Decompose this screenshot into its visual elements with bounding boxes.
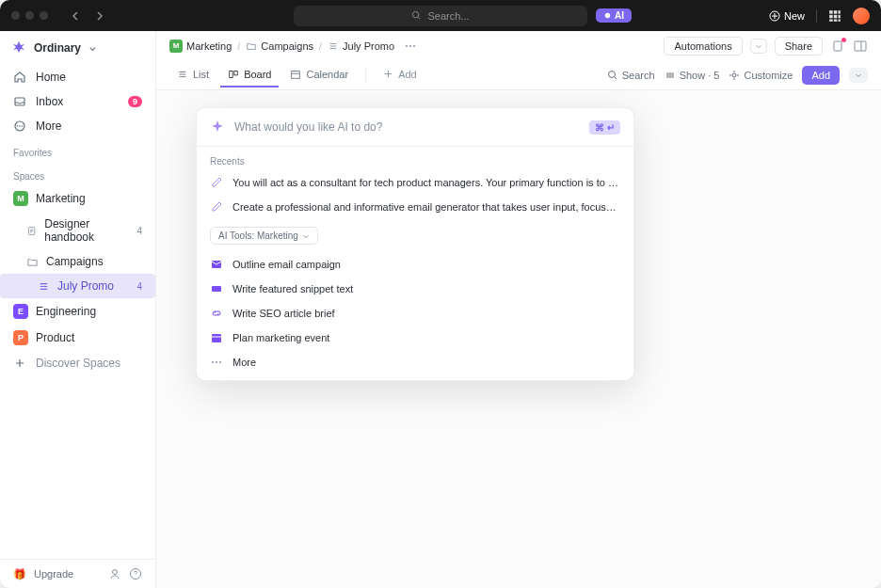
add-task-button[interactable]: Add: [802, 66, 840, 85]
show-columns[interactable]: Show · 5: [665, 70, 720, 81]
svg-rect-8: [839, 14, 841, 17]
upgrade-icon: 🎁: [13, 568, 26, 580]
home-icon: [13, 71, 26, 84]
svg-rect-25: [230, 71, 232, 77]
recent-prompt[interactable]: Create a professional and informative em…: [197, 195, 633, 219]
ai-tool-outline-email[interactable]: Outline email campaign: [197, 252, 633, 277]
svg-rect-3: [829, 10, 833, 13]
space-badge: M: [13, 191, 28, 206]
dots-icon: [210, 356, 223, 369]
svg-rect-32: [212, 334, 221, 342]
ai-prompt-input[interactable]: [234, 120, 580, 134]
discover-spaces[interactable]: Discover Spaces: [0, 351, 155, 375]
tree-designer-handbook[interactable]: Designer handbook 4: [0, 212, 155, 249]
apps-icon[interactable]: [828, 9, 841, 23]
view-tabs: List Board Calendar Add: [156, 60, 881, 90]
search-placeholder: Search...: [427, 10, 469, 22]
svg-point-14: [17, 125, 19, 127]
space-badge: P: [13, 330, 28, 345]
svg-point-15: [19, 125, 21, 127]
sidebar: Ordinary Home Inbox 9 More Favorites Spa…: [0, 31, 156, 588]
pencil-icon: [210, 176, 223, 189]
ai-tool-seo-brief[interactable]: Write SEO article brief: [197, 301, 633, 326]
space-marketing[interactable]: M Marketing: [0, 185, 155, 212]
tree-july-promo[interactable]: July Promo 4: [0, 274, 155, 298]
svg-rect-11: [839, 19, 841, 21]
help-icon[interactable]: [129, 567, 142, 580]
add-task-caret[interactable]: [849, 68, 868, 83]
ai-pill[interactable]: AI: [596, 8, 632, 23]
maximize-dot[interactable]: [40, 11, 48, 20]
back-button[interactable]: [67, 7, 86, 25]
close-dot[interactable]: [11, 11, 20, 20]
plus-icon: [13, 357, 26, 370]
svg-rect-31: [212, 286, 221, 292]
sparkle-icon: [210, 119, 225, 135]
svg-point-16: [22, 125, 24, 127]
customize-view[interactable]: Customize: [729, 70, 793, 81]
minimize-dot[interactable]: [25, 11, 34, 20]
svg-rect-10: [834, 19, 838, 21]
svg-point-0: [413, 11, 419, 17]
crumb-list[interactable]: July Promo: [328, 40, 394, 52]
svg-rect-4: [834, 10, 838, 13]
svg-rect-24: [855, 41, 866, 51]
titlebar: Search... AI New: [0, 0, 881, 31]
recents-label: Recents: [197, 147, 633, 170]
forward-button[interactable]: [89, 7, 108, 25]
svg-point-29: [732, 73, 736, 77]
space-product[interactable]: P Product: [0, 325, 155, 351]
svg-rect-23: [834, 41, 841, 51]
tab-board[interactable]: Board: [220, 63, 279, 87]
svg-rect-5: [839, 10, 841, 13]
svg-rect-6: [829, 14, 833, 17]
sidebar-item-home[interactable]: Home: [0, 65, 155, 89]
notifications-icon[interactable]: [830, 39, 845, 54]
global-search[interactable]: Search...: [294, 6, 587, 26]
workspace-logo-icon: [11, 40, 26, 56]
tree-campaigns[interactable]: Campaigns: [0, 249, 155, 274]
tab-list[interactable]: List: [169, 63, 216, 87]
sidebar-item-inbox[interactable]: Inbox 9: [0, 89, 155, 114]
automations-caret[interactable]: [750, 39, 767, 54]
svg-point-18: [113, 570, 118, 575]
link-icon: [210, 307, 223, 320]
avatar[interactable]: [853, 8, 870, 24]
list-icon: [38, 280, 50, 293]
svg-point-35: [219, 361, 221, 363]
window-controls: [11, 11, 48, 20]
calendar-icon: [210, 331, 223, 344]
crumb-space[interactable]: M Marketing: [169, 40, 232, 53]
tab-add-view[interactable]: Add: [376, 63, 424, 87]
space-engineering[interactable]: E Engineering: [0, 298, 155, 325]
sidebar-item-more[interactable]: More: [0, 114, 155, 138]
crumb-folder[interactable]: Campaigns: [246, 40, 313, 52]
upgrade-link[interactable]: Upgrade: [34, 568, 73, 580]
invite-icon[interactable]: [108, 567, 121, 580]
ai-tool-plan-event[interactable]: Plan marketing event: [197, 326, 633, 350]
svg-rect-12: [15, 98, 24, 105]
folder-icon: [26, 256, 39, 268]
new-button[interactable]: New: [769, 10, 805, 22]
recent-prompt[interactable]: You will act as a consultant for tech pr…: [197, 170, 633, 195]
svg-point-33: [212, 361, 214, 363]
spaces-label: Spaces: [0, 162, 155, 185]
svg-point-22: [413, 45, 415, 47]
svg-point-21: [409, 45, 411, 47]
workspace-switcher[interactable]: Ordinary: [0, 31, 155, 65]
automations-button[interactable]: Automations: [664, 37, 742, 56]
inbox-badge: 9: [128, 96, 142, 107]
share-button[interactable]: Share: [775, 37, 823, 56]
svg-point-34: [216, 361, 217, 363]
favorites-label: Favorites: [0, 138, 155, 162]
ai-tools-selector[interactable]: AI Tools: Marketing: [210, 227, 318, 245]
inbox-icon: [13, 95, 26, 108]
sidebar-toggle-icon[interactable]: [853, 39, 868, 54]
svg-point-28: [608, 71, 615, 77]
search-view[interactable]: Search: [607, 70, 655, 81]
more-icon[interactable]: [404, 40, 417, 53]
ai-tool-snippet[interactable]: Write featured snippet text: [197, 277, 633, 301]
tab-calendar[interactable]: Calendar: [282, 63, 356, 87]
svg-rect-27: [292, 71, 300, 78]
ai-more[interactable]: More: [197, 350, 633, 380]
